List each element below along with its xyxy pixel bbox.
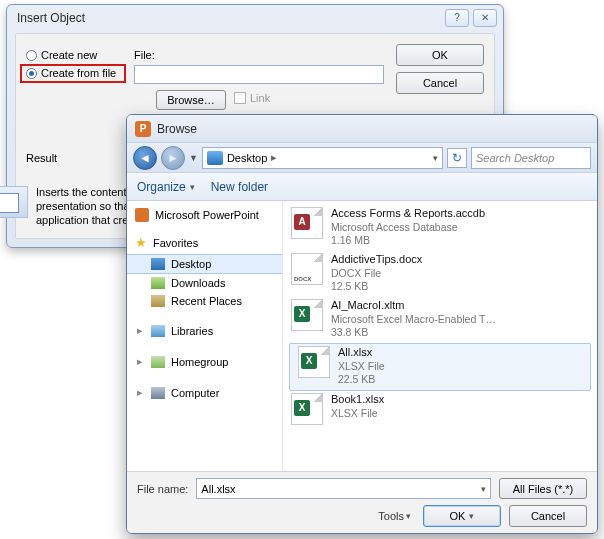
nav-label: Microsoft PowerPoint bbox=[155, 209, 259, 221]
nav-item-desktop[interactable]: Desktop bbox=[127, 254, 282, 274]
tools-menu[interactable]: Tools ▾ bbox=[378, 510, 411, 522]
checkbox-icon bbox=[234, 92, 246, 104]
nav-item-recent-places[interactable]: Recent Places bbox=[127, 292, 282, 310]
file-size: 12.5 KB bbox=[331, 280, 422, 293]
access-file-icon: A bbox=[291, 207, 323, 239]
file-type: Microsoft Excel Macro-Enabled T… bbox=[331, 313, 496, 326]
desktop-icon bbox=[151, 258, 165, 270]
computer-icon bbox=[151, 387, 165, 399]
file-item[interactable]: X Book1.xlsx XLSX File bbox=[283, 391, 597, 429]
file-size: 33.8 KB bbox=[331, 326, 496, 339]
powerpoint-icon bbox=[135, 208, 149, 222]
command-bar: Organize ▾ New folder bbox=[127, 173, 597, 201]
search-placeholder: Search Desktop bbox=[476, 152, 554, 164]
nav-item-downloads[interactable]: Downloads bbox=[127, 274, 282, 292]
result-icon bbox=[0, 186, 28, 218]
nav-toolbar: ◄ ► ▼ Desktop ▸ ▾ ↻ Search Desktop bbox=[127, 143, 597, 173]
radio-icon bbox=[26, 50, 37, 61]
browse-button[interactable]: Browse… bbox=[156, 90, 226, 110]
cancel-button[interactable]: Cancel bbox=[396, 72, 484, 94]
file-name: AddictiveTips.docx bbox=[331, 253, 422, 267]
chevron-down-icon: ▾ bbox=[481, 484, 486, 494]
help-button[interactable]: ? bbox=[445, 9, 469, 27]
close-button[interactable]: ✕ bbox=[473, 9, 497, 27]
nav-label: Recent Places bbox=[171, 295, 242, 307]
organize-menu[interactable]: Organize ▾ bbox=[137, 180, 195, 194]
browse-dialog: P Browse ◄ ► ▼ Desktop ▸ ▾ ↻ Search Desk… bbox=[126, 114, 598, 534]
breadcrumb-text: Desktop bbox=[227, 152, 267, 164]
file-path-input[interactable] bbox=[134, 65, 384, 84]
tools-label: Tools bbox=[378, 510, 404, 522]
radio-label: Create from file bbox=[41, 67, 116, 79]
docx-file-icon: DOCX bbox=[291, 253, 323, 285]
ok-button[interactable]: OK bbox=[396, 44, 484, 66]
excel-file-icon: X bbox=[298, 346, 330, 378]
organize-label: Organize bbox=[137, 180, 186, 194]
filter-label: All Files (*.*) bbox=[513, 483, 574, 495]
nav-group-favorites[interactable]: ★ Favorites bbox=[127, 231, 282, 254]
downloads-icon bbox=[151, 277, 165, 289]
nav-group-label: Favorites bbox=[153, 237, 198, 249]
breadcrumb[interactable]: Desktop ▸ ▾ bbox=[202, 147, 443, 169]
ok-button[interactable]: OK ▾ bbox=[423, 505, 501, 527]
file-list: A Access Forms & Reports.accdb Microsoft… bbox=[283, 201, 597, 471]
file-name: All.xlsx bbox=[338, 346, 385, 360]
homegroup-icon bbox=[151, 356, 165, 368]
nav-group-computer[interactable]: ▸ Computer bbox=[127, 382, 282, 403]
bottom-bar: File name: All.xlsx ▾ All Files (*.*) To… bbox=[127, 471, 597, 533]
cancel-button[interactable]: Cancel bbox=[509, 505, 587, 527]
file-name: AI_MacroI.xltm bbox=[331, 299, 496, 313]
file-size: 22.5 KB bbox=[338, 373, 385, 386]
nav-label: Downloads bbox=[171, 277, 225, 289]
star-icon: ★ bbox=[135, 235, 147, 250]
libraries-icon bbox=[151, 325, 165, 337]
nav-pane: Microsoft PowerPoint ★ Favorites Desktop… bbox=[127, 201, 283, 471]
nav-group-libraries[interactable]: ▸ Libraries bbox=[127, 320, 282, 341]
excel-file-icon: X bbox=[291, 299, 323, 331]
new-folder-button[interactable]: New folder bbox=[211, 180, 268, 194]
titlebar: P Browse bbox=[127, 115, 597, 143]
file-item[interactable]: X AI_MacroI.xltm Microsoft Excel Macro-E… bbox=[283, 297, 597, 343]
back-button[interactable]: ◄ bbox=[133, 146, 157, 170]
file-name: Book1.xlsx bbox=[331, 393, 384, 407]
nav-group-label: Homegroup bbox=[171, 356, 228, 368]
chevron-down-icon: ▾ bbox=[406, 511, 411, 521]
search-input[interactable]: Search Desktop bbox=[471, 147, 591, 169]
file-size: 1.16 MB bbox=[331, 234, 485, 247]
dialog-title: Insert Object bbox=[17, 11, 441, 25]
file-type: Microsoft Access Database bbox=[331, 221, 485, 234]
link-label: Link bbox=[250, 92, 270, 104]
nav-group-homegroup[interactable]: ▸ Homegroup bbox=[127, 351, 282, 372]
history-dropdown-icon[interactable]: ▼ bbox=[189, 153, 198, 163]
radio-label: Create new bbox=[41, 49, 97, 61]
radio-create-new[interactable]: Create new bbox=[26, 49, 97, 61]
chevron-right-icon: ▸ bbox=[135, 386, 145, 399]
nav-group-label: Computer bbox=[171, 387, 219, 399]
file-type: XLSX File bbox=[338, 360, 385, 373]
chevron-down-icon: ▾ bbox=[190, 182, 195, 192]
file-type: DOCX File bbox=[331, 267, 422, 280]
file-label: File: bbox=[134, 49, 155, 61]
file-name-value: All.xlsx bbox=[201, 483, 235, 495]
nav-item-powerpoint[interactable]: Microsoft PowerPoint bbox=[127, 205, 282, 225]
file-name: Access Forms & Reports.accdb bbox=[331, 207, 485, 221]
file-name-input[interactable]: All.xlsx ▾ bbox=[196, 478, 491, 499]
forward-button[interactable]: ► bbox=[161, 146, 185, 170]
excel-file-icon: X bbox=[291, 393, 323, 425]
chevron-down-icon[interactable]: ▾ bbox=[433, 153, 438, 163]
recent-places-icon bbox=[151, 295, 165, 307]
nav-group-label: Libraries bbox=[171, 325, 213, 337]
file-type-filter[interactable]: All Files (*.*) bbox=[499, 478, 587, 499]
content-split: Microsoft PowerPoint ★ Favorites Desktop… bbox=[127, 201, 597, 471]
file-type: XLSX File bbox=[331, 407, 384, 420]
file-item[interactable]: A Access Forms & Reports.accdb Microsoft… bbox=[283, 205, 597, 251]
file-item[interactable]: DOCX AddictiveTips.docx DOCX File 12.5 K… bbox=[283, 251, 597, 297]
desktop-icon bbox=[207, 151, 223, 165]
chevron-down-icon: ▾ bbox=[469, 511, 474, 521]
file-item-selected[interactable]: X All.xlsx XLSX File 22.5 KB bbox=[289, 343, 591, 391]
radio-create-from-file[interactable]: Create from file bbox=[26, 67, 116, 79]
cancel-label: Cancel bbox=[531, 510, 565, 522]
link-checkbox[interactable]: Link bbox=[234, 92, 270, 104]
radio-icon bbox=[26, 68, 37, 79]
refresh-button[interactable]: ↻ bbox=[447, 148, 467, 168]
